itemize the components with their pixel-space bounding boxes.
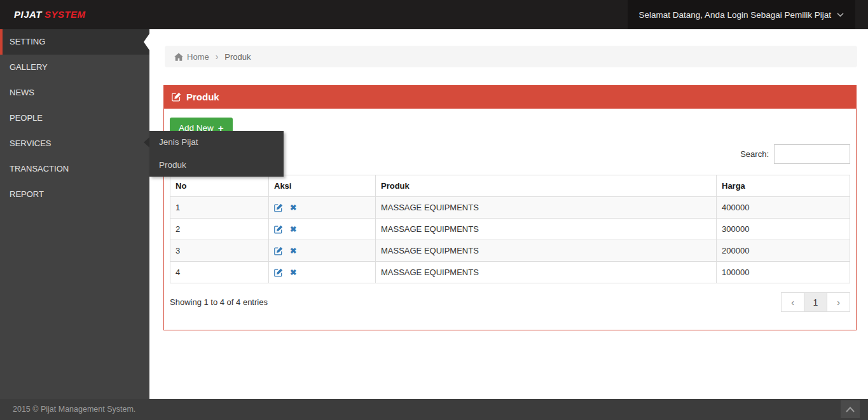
pagination-page-1[interactable]: 1 (804, 292, 827, 312)
cell-harga: 100000 (717, 262, 850, 283)
edit-icon (172, 92, 181, 102)
edit-icon (274, 247, 283, 255)
pagination-next-button[interactable]: › (827, 292, 850, 312)
delete-row-button[interactable]: ✖ (290, 224, 296, 234)
sidebar-item-people[interactable]: PEOPLE (0, 105, 149, 131)
submenu-item-label: Produk (159, 160, 186, 170)
delete-row-button[interactable]: ✖ (290, 246, 296, 255)
table-header-row: No Aksi Produk Harga (170, 175, 850, 197)
breadcrumb-current: Produk (224, 52, 251, 62)
delete-icon: ✖ (290, 268, 296, 277)
sidebar-item-label: GALLERY (10, 62, 48, 72)
sidebar-item-news[interactable]: NEWS (0, 80, 149, 105)
breadcrumb-separator: › (216, 51, 219, 62)
column-header-produk[interactable]: Produk (376, 175, 717, 197)
delete-icon: ✖ (290, 203, 296, 212)
sidebar: SETTING GALLERY NEWS PEOPLE SERVICES TRA… (0, 29, 149, 420)
cell-no: 1 (170, 197, 269, 219)
sidebar-item-setting[interactable]: SETTING (0, 29, 149, 55)
home-icon (174, 53, 183, 61)
services-submenu-popup: Jenis Pijat Produk (149, 131, 284, 177)
cell-harga: 300000 (717, 219, 850, 240)
chevron-up-icon (846, 407, 855, 412)
copyright-text: 2015 © Pijat Management System. (13, 399, 135, 420)
edit-icon (274, 225, 283, 234)
produk-table: No Aksi Produk Harga 1 ✖ MASSAGE EQUIPME… (170, 175, 850, 283)
edit-icon (274, 203, 283, 212)
cell-no: 2 (170, 219, 269, 240)
table-row: 1 ✖ MASSAGE EQUIPMENTS 400000 (170, 197, 850, 219)
pagination: ‹ 1 › (782, 292, 850, 312)
panel-header: Produk (163, 85, 857, 108)
submenu-item-produk[interactable]: Produk (149, 154, 284, 177)
submenu-item-jenis-pijat[interactable]: Jenis Pijat (149, 131, 284, 154)
sidebar-item-transaction[interactable]: TRANSACTION (0, 156, 149, 182)
delete-row-button[interactable]: ✖ (290, 268, 296, 277)
sidebar-item-label: SETTING (10, 37, 45, 46)
active-item-arrow (144, 34, 149, 50)
sidebar-item-label: PEOPLE (10, 113, 43, 123)
table-footer: Showing 1 to 4 of 4 entries ‹ 1 › (170, 292, 850, 312)
edit-icon (274, 268, 283, 277)
main-content: Home › Produk Produk Add New + Search: N… (149, 29, 868, 399)
pagination-prev-button[interactable]: ‹ (781, 292, 804, 312)
delete-icon: ✖ (290, 246, 296, 255)
chevron-down-icon (837, 13, 844, 17)
cell-harga: 200000 (717, 240, 850, 262)
topbar: PIJATSYSTEM Selamat Datang, Anda Login S… (0, 0, 868, 29)
cell-produk: MASSAGE EQUIPMENTS (376, 219, 717, 240)
cell-no: 3 (170, 240, 269, 262)
column-header-harga[interactable]: Harga (717, 175, 850, 197)
column-header-aksi[interactable]: Aksi (269, 175, 376, 197)
table-row: 3 ✖ MASSAGE EQUIPMENTS 200000 (170, 240, 850, 262)
sidebar-item-label: NEWS (10, 88, 34, 97)
user-status-text: Selamat Datang, Anda Login Sebagai Pemil… (639, 10, 831, 20)
edit-row-button[interactable] (274, 225, 283, 234)
search-label: Search: (740, 149, 769, 159)
sidebar-item-report[interactable]: REPORT (0, 182, 149, 207)
sidebar-item-label: TRANSACTION (10, 164, 69, 173)
logo-text-primary: PIJAT (14, 9, 42, 20)
submenu-arrow (144, 137, 149, 147)
sidebar-item-services[interactable]: SERVICES (0, 131, 149, 156)
edit-row-button[interactable] (274, 203, 283, 212)
table-row: 4 ✖ MASSAGE EQUIPMENTS 100000 (170, 262, 850, 283)
entries-summary: Showing 1 to 4 of 4 entries (170, 297, 268, 307)
delete-row-button[interactable]: ✖ (290, 203, 296, 212)
logo-text-accent: SYSTEM (45, 9, 86, 20)
cell-produk: MASSAGE EQUIPMENTS (376, 197, 717, 219)
column-header-no[interactable]: No (170, 175, 269, 197)
app-logo: PIJATSYSTEM (14, 0, 86, 29)
submenu-item-label: Jenis Pijat (159, 137, 198, 147)
sidebar-item-label: REPORT (10, 189, 44, 199)
sidebar-item-label: SERVICES (10, 139, 52, 148)
breadcrumb-home-label: Home (187, 52, 209, 62)
footer: 2015 © Pijat Management System. (0, 399, 868, 420)
sidebar-item-gallery[interactable]: GALLERY (0, 55, 149, 80)
scroll-to-top-button[interactable] (841, 400, 860, 418)
breadcrumb: Home › Produk (165, 46, 857, 67)
panel-title: Produk (186, 91, 219, 102)
edit-row-button[interactable] (274, 268, 283, 277)
edit-row-button[interactable] (274, 247, 283, 255)
cell-harga: 400000 (717, 197, 850, 219)
cell-produk: MASSAGE EQUIPMENTS (376, 262, 717, 283)
user-menu-toggle[interactable]: Selamat Datang, Anda Login Sebagai Pemil… (628, 0, 855, 29)
breadcrumb-home-link[interactable]: Home (174, 52, 209, 62)
search-input[interactable] (774, 144, 850, 164)
cell-produk: MASSAGE EQUIPMENTS (376, 240, 717, 262)
delete-icon: ✖ (290, 224, 296, 234)
produk-panel: Produk Add New + Search: No Aksi Produk … (163, 85, 857, 330)
table-row: 2 ✖ MASSAGE EQUIPMENTS 300000 (170, 219, 850, 240)
cell-no: 4 (170, 262, 269, 283)
